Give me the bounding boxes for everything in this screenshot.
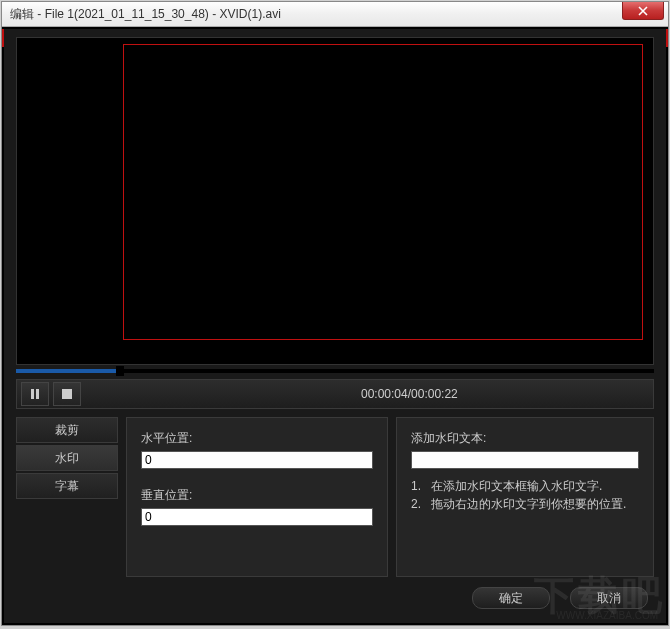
h-pos-group: 水平位置: bbox=[141, 430, 373, 469]
close-icon bbox=[638, 6, 648, 16]
h-pos-label: 水平位置: bbox=[141, 430, 373, 447]
video-preview[interactable] bbox=[16, 37, 654, 365]
player-controls: 00:00:04/00:00:22 bbox=[16, 379, 654, 409]
h-pos-input[interactable] bbox=[141, 451, 373, 469]
instr1-num: 1. bbox=[411, 477, 431, 495]
cancel-button[interactable]: 取消 bbox=[570, 587, 648, 609]
v-pos-group: 垂直位置: bbox=[141, 487, 373, 526]
close-button[interactable] bbox=[622, 2, 664, 20]
pause-icon bbox=[30, 389, 40, 399]
add-text-label: 添加水印文本: bbox=[411, 430, 639, 447]
v-pos-label: 垂直位置: bbox=[141, 487, 373, 504]
content-area: 00:00:04/00:00:22 裁剪 水印 字幕 水平位置: 垂直位置: 添… bbox=[2, 27, 668, 625]
accent-right bbox=[666, 29, 668, 47]
bg-watermark-sub: WWW.XIAZAIBA.COM bbox=[556, 610, 658, 621]
ok-button[interactable]: 确定 bbox=[472, 587, 550, 609]
instr2-text: 拖动右边的水印文字到你想要的位置. bbox=[431, 495, 626, 513]
progress-handle[interactable] bbox=[116, 366, 124, 376]
svg-rect-2 bbox=[62, 389, 72, 399]
tab-subtitle[interactable]: 字幕 bbox=[16, 473, 118, 499]
text-panel: 添加水印文本: 1.在添加水印文本框输入水印文字. 2.拖动右边的水印文字到你想… bbox=[396, 417, 654, 577]
time-display: 00:00:04/00:00:22 bbox=[361, 387, 458, 401]
v-pos-input[interactable] bbox=[141, 508, 373, 526]
progress-bar[interactable] bbox=[16, 366, 654, 376]
titlebar[interactable]: 编辑 - File 1(2021_01_11_15_30_48) - XVID(… bbox=[2, 2, 668, 27]
editor-panels: 裁剪 水印 字幕 水平位置: 垂直位置: 添加水印文本: 1.在添加水印文本框输 bbox=[16, 417, 654, 577]
position-panel: 水平位置: 垂直位置: bbox=[126, 417, 388, 577]
instr2-num: 2. bbox=[411, 495, 431, 513]
window-title: 编辑 - File 1(2021_01_11_15_30_48) - XVID(… bbox=[10, 6, 281, 23]
tabs-column: 裁剪 水印 字幕 bbox=[16, 417, 118, 577]
watermark-drag-region[interactable] bbox=[123, 44, 643, 340]
progress-fill bbox=[16, 369, 121, 373]
tab-watermark[interactable]: 水印 bbox=[16, 445, 118, 471]
accent-left bbox=[2, 29, 4, 47]
instructions: 1.在添加水印文本框输入水印文字. 2.拖动右边的水印文字到你想要的位置. bbox=[411, 477, 639, 513]
svg-rect-1 bbox=[36, 389, 39, 399]
stop-button[interactable] bbox=[53, 382, 81, 406]
svg-rect-0 bbox=[31, 389, 34, 399]
footer-buttons: 确定 取消 bbox=[472, 587, 648, 609]
stop-icon bbox=[62, 389, 72, 399]
pause-button[interactable] bbox=[21, 382, 49, 406]
tab-crop[interactable]: 裁剪 bbox=[16, 417, 118, 443]
instr1-text: 在添加水印文本框输入水印文字. bbox=[431, 477, 602, 495]
editor-window: 编辑 - File 1(2021_01_11_15_30_48) - XVID(… bbox=[1, 1, 669, 626]
watermark-text-input[interactable] bbox=[411, 451, 639, 469]
